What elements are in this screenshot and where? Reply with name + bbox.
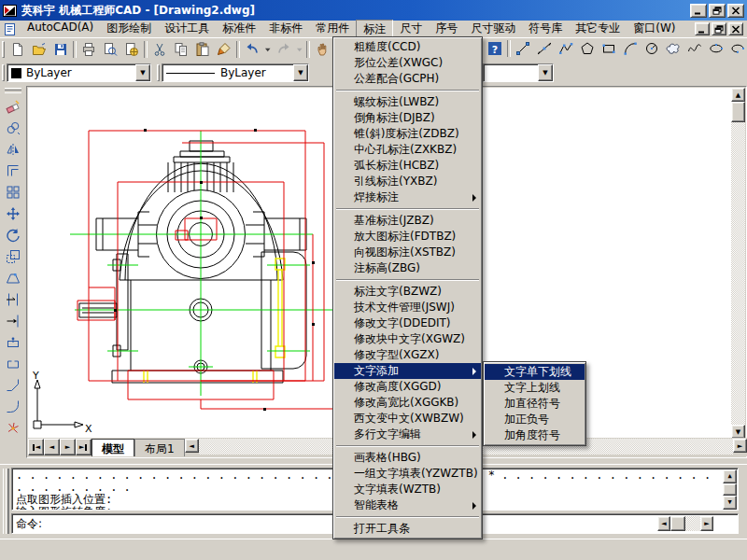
linetype-dropdown[interactable]: ByLayer ▼ (162, 63, 309, 82)
arc-button[interactable] (619, 38, 641, 59)
command-hscrollbar[interactable]: ◄ ► (657, 516, 730, 531)
dimension-menu-item-23[interactable]: 修改高度(XGGD) (334, 379, 481, 395)
undo-dropdown-button[interactable] (262, 39, 273, 60)
rectangle-button[interactable] (598, 38, 619, 59)
chevron-down-icon[interactable]: ▼ (538, 64, 553, 81)
ellipse-arc-button[interactable] (726, 38, 747, 59)
menubar-item-0[interactable]: AutoCAD(A) (21, 20, 100, 39)
color-dropdown[interactable]: ByLayer ▼ (7, 63, 151, 82)
move-button[interactable] (2, 203, 24, 224)
text-add-submenu-item-0[interactable]: 文字单下划线 (485, 364, 585, 380)
dimension-menu-item-10[interactable]: 焊接标注 (334, 189, 481, 205)
text-add-submenu-item-4[interactable]: 加角度符号 (485, 427, 585, 443)
redo-dropdown-button[interactable] (294, 39, 304, 60)
tab-nav-last-button[interactable]: ► (76, 439, 92, 455)
dimension-menu-item-14[interactable]: 向视图标注(XSTBZ) (334, 245, 481, 260)
tab-model[interactable]: 模型 (92, 439, 134, 456)
dimension-menu-item-31[interactable]: 智能表格 (334, 497, 481, 513)
break-button[interactable] (2, 353, 24, 374)
menubar-item-11[interactable]: 其它专业 (569, 20, 627, 39)
dimension-menu-item-2[interactable]: 公差配合(GCPH) (334, 71, 481, 87)
copy-object-button[interactable] (2, 117, 24, 138)
mirror-button[interactable] (2, 138, 24, 160)
chamfer-button[interactable] (2, 374, 24, 396)
scrollbar-track[interactable] (685, 516, 700, 531)
explode-button[interactable] (2, 417, 24, 439)
dimension-menu-item-5[interactable]: 倒角标注(DJBZ) (334, 110, 481, 126)
scrollbar-thumb[interactable] (731, 102, 745, 122)
scrollbar-thumb[interactable] (670, 516, 685, 531)
dimension-menu-item-24[interactable]: 修改高宽比(XGGKB) (334, 395, 481, 411)
fillet-button[interactable] (2, 396, 24, 417)
offset-button[interactable] (2, 160, 24, 181)
text-add-submenu-item-2[interactable]: 加直径符号 (485, 396, 585, 412)
text-add-submenu-item-3[interactable]: 加正负号 (485, 412, 585, 427)
dimension-menu-item-4[interactable]: 螺纹标注(LWBZ) (334, 94, 481, 110)
polyline-button[interactable] (555, 38, 576, 59)
chevron-down-icon[interactable]: ▼ (293, 64, 308, 81)
dimension-menu-item-26[interactable]: 多行文字编辑 (334, 427, 481, 442)
scroll-up-icon[interactable]: ▲ (723, 469, 737, 483)
dimension-menu-item-21[interactable]: 修改字型(XGZX) (334, 347, 481, 363)
scroll-up-icon[interactable]: ▲ (731, 88, 745, 102)
scrollbar-thumb[interactable] (723, 483, 737, 496)
toolbar-grip[interactable] (2, 41, 5, 58)
cut-button[interactable] (148, 39, 170, 60)
vertical-scrollbar[interactable]: ▲ ▼ (731, 88, 745, 439)
pan-button[interactable] (311, 39, 332, 60)
break-at-point-button[interactable] (2, 331, 24, 353)
dimension-menu-item-17[interactable]: 标注文字(BZWZ) (334, 284, 481, 300)
scroll-right-icon[interactable]: ► (733, 439, 747, 453)
array-button[interactable] (2, 181, 24, 203)
tab-nav-next-button[interactable]: ► (60, 439, 76, 455)
dimension-menu-item-9[interactable]: 引线标注(YXBZ) (334, 174, 481, 189)
scroll-left-icon[interactable]: ◄ (185, 439, 199, 453)
rotate-button[interactable] (2, 224, 24, 245)
dimension-menu-item-8[interactable]: 弧长标注(HCBZ) (334, 158, 481, 174)
toolbar-grip[interactable] (157, 64, 160, 81)
erase-button[interactable] (2, 95, 24, 117)
dimension-menu-item-0[interactable]: 粗糙度(CCD) (334, 39, 481, 55)
help-button[interactable]: ? (484, 38, 505, 59)
scale-button[interactable] (2, 245, 24, 267)
dimension-menu-item-12[interactable]: 基准标注(JZBZ) (334, 213, 481, 229)
minimize-button[interactable] (690, 4, 707, 18)
command-scrollbar[interactable]: ▲ ▼ (723, 469, 737, 509)
extend-button[interactable] (2, 310, 24, 331)
dimension-menu-item-28[interactable]: 画表格(HBG) (334, 450, 481, 466)
dimension-menu-item-6[interactable]: 锥(斜)度标注(ZDBZ) (334, 126, 481, 142)
dimension-menu-item-13[interactable]: 放大图标注(FDTBZ) (334, 229, 481, 245)
spline-button[interactable] (684, 38, 705, 59)
dimension-menu-item-7[interactable]: 中心孔标注(ZXKBZ) (334, 142, 481, 158)
menubar-item-10[interactable]: 符号库 (522, 20, 569, 39)
publish-button[interactable] (120, 39, 142, 60)
paste-button[interactable] (191, 39, 213, 60)
print-preview-button[interactable] (99, 39, 120, 60)
restore-button[interactable] (712, 22, 726, 35)
menubar-item-4[interactable]: 非标件 (262, 20, 309, 39)
stretch-button[interactable] (2, 267, 24, 288)
close-button[interactable] (727, 4, 744, 18)
dimension-menu-item-1[interactable]: 形位公差(XWGC) (334, 55, 481, 71)
scroll-down-icon[interactable]: ▼ (723, 496, 737, 510)
menubar-item-12[interactable]: 窗口(W) (627, 20, 682, 39)
command-window-grip[interactable] (3, 469, 8, 534)
circle-button[interactable] (641, 38, 662, 59)
dimension-menu-item-33[interactable]: 打开工具条 (334, 521, 481, 537)
scroll-left-icon[interactable]: ◄ (657, 516, 670, 531)
construction-line-button[interactable] (533, 38, 555, 59)
line-button[interactable] (512, 38, 533, 59)
close-button[interactable] (728, 22, 743, 35)
minimize-button[interactable] (695, 22, 710, 35)
chevron-down-icon[interactable]: ▼ (135, 64, 150, 81)
dimension-menu-item-19[interactable]: 修改文字(DDEDIT) (334, 315, 481, 331)
copy-button[interactable] (170, 39, 191, 60)
tab-layout1[interactable]: 布局1 (134, 439, 185, 456)
new-button[interactable] (7, 39, 28, 60)
trim-button[interactable] (2, 288, 24, 310)
toolbar-grip[interactable] (5, 88, 21, 93)
dimension-menu-item-30[interactable]: 文字填表(WZTB) (334, 482, 481, 497)
open-button[interactable] (28, 39, 49, 60)
ellipse-button[interactable] (705, 38, 726, 59)
restore-button[interactable] (709, 4, 726, 18)
